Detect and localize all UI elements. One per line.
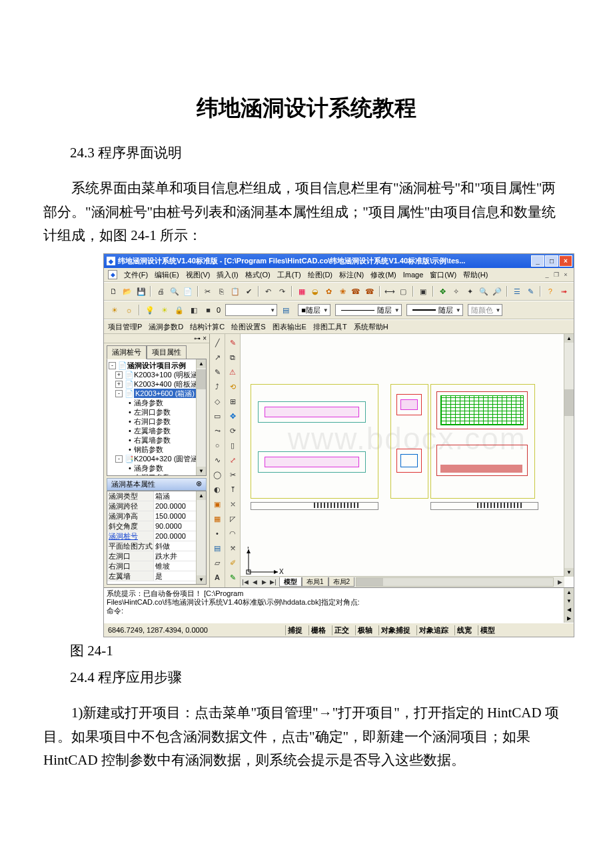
menu-view[interactable]: 视图(V) [186, 270, 211, 280]
dist-icon[interactable]: ⟷ [384, 285, 396, 298]
arc-icon[interactable]: ⤴ [211, 381, 223, 393]
copy2-icon[interactable]: ⧉ [227, 351, 239, 363]
pedit-icon[interactable]: ✎ [227, 571, 239, 583]
culvert-tree[interactable]: -📄 涵洞设计项目示例 +📄 K2003+100 (明板涵) +📄 K2003+… [107, 359, 207, 476]
menu-layout-tools[interactable]: 排图工具T [313, 322, 347, 332]
insert-icon[interactable]: ▣ [211, 498, 223, 510]
trim-icon[interactable]: ✂ [227, 469, 239, 481]
move-icon[interactable]: ✥ [227, 410, 239, 422]
lineweight-dropdown[interactable]: 随层▼ [406, 304, 463, 316]
viewport-hscroll[interactable] [356, 577, 554, 587]
plotstyle-dropdown[interactable]: 随颜色▼ [468, 304, 503, 316]
layers-icon[interactable]: ☰ [511, 285, 522, 298]
toggle-osnap[interactable]: 对象捕捉 [378, 625, 412, 635]
layout-tab-1[interactable]: 布局1 [302, 577, 328, 587]
scale-icon[interactable]: ▯ [227, 439, 239, 451]
layer-icon-4[interactable]: ☀ [158, 304, 171, 317]
undo-icon[interactable]: ↶ [263, 285, 274, 298]
toggle-snap[interactable]: 捕捉 [285, 625, 305, 635]
menu-help[interactable]: 帮助(H) [463, 270, 488, 280]
brush-icon[interactable]: ✐ [227, 557, 239, 569]
menu-modify[interactable]: 修改(M) [370, 270, 396, 280]
menu-dim[interactable]: 标注(N) [339, 270, 364, 280]
layer-icon-7[interactable]: ■ [202, 304, 215, 317]
ellipse-icon[interactable]: ∿ [211, 454, 223, 466]
exit-icon[interactable]: ➟ [558, 285, 570, 298]
minimize-button[interactable]: _ [531, 255, 544, 267]
menu-culvert-params[interactable]: 涵洞参数D [149, 322, 183, 332]
menu-struct-calc[interactable]: 结构计算C [190, 322, 225, 332]
ellipse2-icon[interactable]: ◯ [211, 469, 223, 481]
circle-icon[interactable]: ○ [211, 439, 223, 451]
line-icon[interactable]: ╱ [211, 337, 223, 349]
linetype-dropdown[interactable]: 随层▼ [335, 304, 402, 316]
help-icon[interactable]: ? [544, 285, 556, 298]
point-icon[interactable]: • [211, 527, 223, 539]
tab-last-icon[interactable]: ▶| [269, 577, 278, 587]
block2-icon[interactable]: ▦ [211, 513, 223, 525]
prop-icon[interactable]: ✎ [525, 285, 536, 298]
tool-icon-6[interactable]: ☎ [364, 285, 375, 298]
stretch-icon[interactable]: ⤢ [227, 454, 239, 466]
toggle-grid[interactable]: 栅格 [308, 625, 328, 635]
redo-icon[interactable]: ↷ [276, 285, 287, 298]
rotate-icon[interactable]: ⟳ [227, 425, 239, 437]
preview-icon[interactable]: 🔍 [169, 285, 180, 298]
menu-image[interactable]: Image [403, 271, 424, 279]
cut-icon[interactable]: ✂ [202, 285, 213, 298]
tool-icon-4[interactable]: ❀ [336, 285, 348, 298]
break-icon[interactable]: ⤬ [227, 498, 239, 510]
print-icon[interactable]: 🖨 [155, 285, 166, 298]
mdi-close-icon[interactable]: × [562, 271, 570, 278]
erase-icon[interactable]: ✎ [227, 337, 239, 349]
mirror-icon[interactable]: ⚠ [227, 366, 239, 378]
tab-prev-icon[interactable]: ◀ [250, 577, 259, 587]
hatch-icon[interactable]: ▤ [211, 542, 223, 554]
layer-icon-2[interactable]: ☼ [123, 304, 135, 317]
menu-format[interactable]: 格式(O) [245, 270, 271, 280]
tab-next-icon[interactable]: ▶ [259, 577, 269, 587]
tool-icon-2[interactable]: ◒ [309, 285, 320, 298]
text-icon[interactable]: A [211, 571, 223, 583]
menu-draw[interactable]: 绘图(D) [308, 270, 332, 280]
layer-icon-6[interactable]: ◧ [187, 304, 200, 317]
layer-mgr-icon[interactable]: ▤ [279, 304, 292, 317]
tab-first-icon[interactable]: |◀ [241, 577, 250, 587]
block-icon[interactable]: ▣ [417, 285, 428, 298]
zoom-in-icon[interactable]: 🔍 [478, 285, 489, 298]
hscroll-right-icon[interactable]: ▶ [555, 577, 564, 587]
toggle-polar[interactable]: 极轴 [355, 625, 374, 635]
menu-window[interactable]: 窗口(W) [430, 270, 456, 280]
area-icon[interactable]: ▢ [398, 285, 409, 298]
layer-icon-1[interactable]: ☀ [108, 304, 121, 317]
copy-icon[interactable]: ⎘ [215, 285, 227, 298]
paste-icon[interactable]: 📋 [229, 285, 241, 298]
tab-culvert-station[interactable]: 涵洞桩号 [107, 345, 147, 359]
layer-icon-3[interactable]: 💡 [143, 304, 156, 317]
toggle-model[interactable]: 模型 [478, 625, 497, 635]
zoom-icon-1[interactable]: ✥ [437, 285, 448, 298]
tab-project-props[interactable]: 项目属性 [147, 345, 187, 359]
pline-icon[interactable]: ✎ [211, 366, 223, 378]
array-icon[interactable]: ⊞ [227, 395, 239, 407]
zoom-icon-2[interactable]: ✧ [450, 285, 462, 298]
mdi-min-icon[interactable]: _ [543, 271, 551, 278]
layer-icon-5[interactable]: 🔒 [173, 304, 185, 317]
toggle-lwt[interactable]: 线宽 [454, 625, 474, 635]
panel-close-icon[interactable]: ⊶ × [104, 334, 209, 343]
new-icon[interactable]: 🗋 [108, 285, 119, 298]
menu-draw-settings[interactable]: 绘图设置S [231, 322, 265, 332]
menu-system-help[interactable]: 系统帮助H [354, 322, 388, 332]
save-icon[interactable]: 💾 [135, 285, 147, 298]
menu-chart-output[interactable]: 图表输出E [273, 322, 306, 332]
drawing-viewport[interactable]: www.bdocx.com [241, 334, 574, 587]
menu-insert[interactable]: 插入(I) [217, 270, 238, 280]
toggle-ortho[interactable]: 正交 [332, 625, 351, 635]
ray-icon[interactable]: ↗ [211, 351, 223, 363]
close-button[interactable]: × [559, 255, 572, 267]
extend-icon[interactable]: ⤒ [227, 483, 239, 495]
menu-tools[interactable]: 工具(T) [277, 270, 301, 280]
layer-dropdown[interactable]: ▼ [225, 304, 277, 316]
zoom-out-icon[interactable]: 🔎 [492, 285, 503, 298]
mdi-restore-icon[interactable]: ❐ [552, 271, 560, 278]
